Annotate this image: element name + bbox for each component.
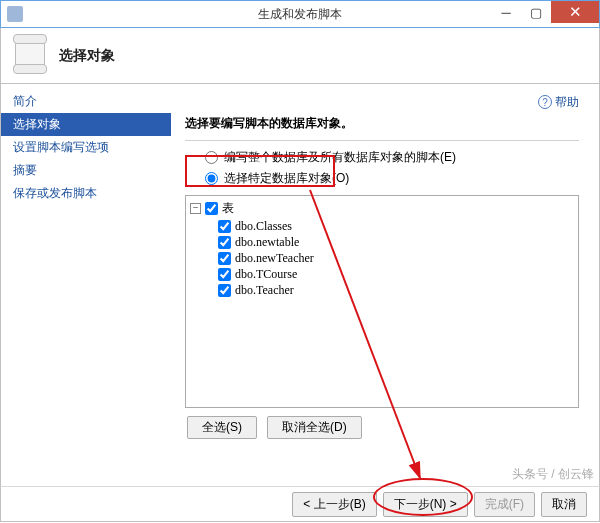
tree-label-item: dbo.newtable [235,235,299,250]
radio-specific-label: 选择特定数据库对象(O) [224,170,349,187]
tree-node-item[interactable]: dbo.newTeacher [218,250,578,266]
help-icon: ? [538,95,552,109]
page-title: 选择对象 [59,47,115,65]
tree-label-item: dbo.TCourse [235,267,297,282]
tree-label-tables: 表 [222,200,234,217]
window-controls: ─ ▢ ✕ [491,1,599,24]
content-pane: ?帮助 选择要编写脚本的数据库对象。 编写整个数据库及所有数据库对象的脚本(E)… [171,84,599,486]
tree-node-tables[interactable]: − 表 [190,200,578,216]
next-button[interactable]: 下一步(N) > [383,492,468,517]
checkbox-tables[interactable] [205,202,218,215]
checkbox-item[interactable] [218,252,231,265]
tree-node-item[interactable]: dbo.Classes [218,218,578,234]
cancel-button[interactable]: 取消 [541,492,587,517]
radio-script-entire-db[interactable]: 编写整个数据库及所有数据库对象的脚本(E) [205,149,579,166]
wizard-header: 选择对象 [0,28,600,84]
radio-select-specific[interactable]: 选择特定数据库对象(O) [205,170,579,187]
select-all-button[interactable]: 全选(S) [187,416,257,439]
main-area: 简介 选择对象 设置脚本编写选项 摘要 保存或发布脚本 ?帮助 选择要编写脚本的… [0,84,600,486]
radio-specific-input[interactable] [205,172,218,185]
close-button[interactable]: ✕ [551,1,599,23]
finish-button: 完成(F) [474,492,535,517]
titlebar: 生成和发布脚本 ─ ▢ ✕ [0,0,600,28]
back-button[interactable]: < 上一步(B) [292,492,376,517]
tree-label-item: dbo.newTeacher [235,251,314,266]
instruction-text: 选择要编写脚本的数据库对象。 [185,115,579,132]
watermark: 头条号 / 创云锋 [512,466,594,483]
minimize-button[interactable]: ─ [491,1,521,23]
sidebar-item-save-publish[interactable]: 保存或发布脚本 [1,182,171,205]
tree-label-item: dbo.Classes [235,219,292,234]
maximize-button[interactable]: ▢ [521,1,551,23]
tree-node-item[interactable]: dbo.TCourse [218,266,578,282]
help-link[interactable]: ?帮助 [185,94,579,111]
sidebar-item-intro[interactable]: 简介 [1,90,171,113]
checkbox-item[interactable] [218,284,231,297]
app-icon [7,6,23,22]
divider [185,140,579,141]
selection-buttons: 全选(S) 取消全选(D) [187,416,579,439]
collapse-icon[interactable]: − [190,203,201,214]
sidebar-item-script-options[interactable]: 设置脚本编写选项 [1,136,171,159]
sidebar-item-summary[interactable]: 摘要 [1,159,171,182]
tree-label-item: dbo.Teacher [235,283,294,298]
checkbox-item[interactable] [218,268,231,281]
checkbox-item[interactable] [218,236,231,249]
checkbox-item[interactable] [218,220,231,233]
tree-node-item[interactable]: dbo.Teacher [218,282,578,298]
object-tree: − 表 dbo.Classes dbo.newtable dbo.newTeac… [185,195,579,408]
deselect-all-button[interactable]: 取消全选(D) [267,416,362,439]
tree-node-item[interactable]: dbo.newtable [218,234,578,250]
sidebar-item-choose-objects[interactable]: 选择对象 [1,113,171,136]
radio-entire-label: 编写整个数据库及所有数据库对象的脚本(E) [224,149,456,166]
radio-entire-input[interactable] [205,151,218,164]
window-title: 生成和发布脚本 [258,6,342,23]
wizard-footer: < 上一步(B) 下一步(N) > 完成(F) 取消 [0,486,600,522]
script-icon [15,36,49,76]
wizard-steps-sidebar: 简介 选择对象 设置脚本编写选项 摘要 保存或发布脚本 [1,84,171,486]
